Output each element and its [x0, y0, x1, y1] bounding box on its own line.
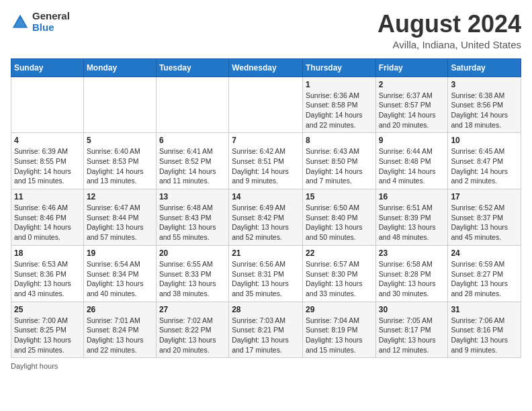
- day-info: Sunrise: 6:56 AMSunset: 8:31 PMDaylight:…: [232, 259, 300, 299]
- day-cell: 14Sunrise: 6:49 AMSunset: 8:42 PMDayligh…: [229, 189, 303, 246]
- day-number: 3: [451, 80, 518, 89]
- day-info: Sunrise: 6:47 AMSunset: 8:44 PMDaylight:…: [87, 203, 153, 242]
- day-number: 10: [451, 136, 518, 145]
- day-info: Sunrise: 6:45 AMSunset: 8:47 PMDaylight:…: [451, 146, 518, 186]
- page-header: General Blue August 2024 Avilla, Indiana…: [11, 11, 521, 50]
- day-number: 20: [159, 248, 226, 258]
- day-cell: 20Sunrise: 6:55 AMSunset: 8:33 PMDayligh…: [156, 245, 228, 302]
- day-cell: 24Sunrise: 6:59 AMSunset: 8:27 PMDayligh…: [448, 245, 521, 302]
- day-info: Sunrise: 7:02 AMSunset: 8:22 PMDaylight:…: [159, 316, 226, 355]
- day-number: 27: [159, 305, 226, 314]
- day-number: 9: [379, 136, 445, 145]
- day-cell: 28Sunrise: 7:03 AMSunset: 8:21 PMDayligh…: [229, 302, 303, 358]
- day-number: 24: [451, 248, 518, 258]
- day-cell: 29Sunrise: 7:04 AMSunset: 8:19 PMDayligh…: [302, 302, 375, 358]
- day-cell: 2Sunrise: 6:37 AMSunset: 8:57 PMDaylight…: [375, 77, 448, 133]
- day-cell: 4Sunrise: 6:39 AMSunset: 8:55 PMDaylight…: [11, 133, 84, 189]
- day-cell: 23Sunrise: 6:58 AMSunset: 8:28 PMDayligh…: [375, 245, 448, 302]
- day-info: Sunrise: 6:39 AMSunset: 8:55 PMDaylight:…: [14, 146, 81, 186]
- day-cell: 16Sunrise: 6:51 AMSunset: 8:39 PMDayligh…: [375, 189, 448, 246]
- day-cell: 26Sunrise: 7:01 AMSunset: 8:24 PMDayligh…: [83, 302, 156, 358]
- header-tuesday: Tuesday: [156, 58, 228, 77]
- day-cell: 30Sunrise: 7:05 AMSunset: 8:17 PMDayligh…: [375, 302, 448, 358]
- day-cell: 13Sunrise: 6:48 AMSunset: 8:43 PMDayligh…: [156, 189, 228, 246]
- day-cell: 31Sunrise: 7:06 AMSunset: 8:16 PMDayligh…: [448, 302, 521, 358]
- day-number: 30: [379, 305, 445, 314]
- day-cell: 17Sunrise: 6:52 AMSunset: 8:37 PMDayligh…: [448, 189, 521, 246]
- week-row-3: 11Sunrise: 6:46 AMSunset: 8:46 PMDayligh…: [11, 189, 521, 246]
- day-info: Sunrise: 6:49 AMSunset: 8:42 PMDaylight:…: [232, 203, 300, 242]
- day-info: Sunrise: 6:51 AMSunset: 8:39 PMDaylight:…: [379, 203, 445, 242]
- day-number: 5: [87, 136, 153, 145]
- day-number: 8: [306, 136, 373, 145]
- day-number: 19: [87, 248, 153, 258]
- day-info: Sunrise: 7:01 AMSunset: 8:24 PMDaylight:…: [87, 316, 153, 355]
- logo-blue: Blue: [32, 22, 70, 34]
- header-saturday: Saturday: [448, 58, 521, 77]
- day-number: 26: [87, 305, 153, 314]
- header-wednesday: Wednesday: [229, 58, 303, 77]
- day-info: Sunrise: 6:48 AMSunset: 8:43 PMDaylight:…: [159, 203, 226, 242]
- day-info: Sunrise: 7:03 AMSunset: 8:21 PMDaylight:…: [232, 316, 300, 355]
- day-cell: 12Sunrise: 6:47 AMSunset: 8:44 PMDayligh…: [83, 189, 156, 246]
- logo-text: General Blue: [32, 11, 70, 33]
- day-cell: 22Sunrise: 6:57 AMSunset: 8:30 PMDayligh…: [302, 245, 375, 302]
- day-number: 11: [14, 192, 81, 201]
- week-row-5: 25Sunrise: 7:00 AMSunset: 8:25 PMDayligh…: [11, 302, 521, 358]
- day-number: 2: [379, 80, 445, 89]
- day-info: Sunrise: 6:53 AMSunset: 8:36 PMDaylight:…: [14, 259, 81, 299]
- day-info: Sunrise: 6:58 AMSunset: 8:28 PMDaylight:…: [379, 259, 445, 299]
- title-block: August 2024 Avilla, Indiana, United Stat…: [378, 11, 521, 50]
- day-info: Sunrise: 6:38 AMSunset: 8:56 PMDaylight:…: [451, 91, 518, 130]
- day-info: Sunrise: 6:57 AMSunset: 8:30 PMDaylight:…: [306, 259, 373, 299]
- day-info: Sunrise: 6:41 AMSunset: 8:52 PMDaylight:…: [159, 146, 226, 186]
- day-cell: 21Sunrise: 6:56 AMSunset: 8:31 PMDayligh…: [229, 245, 303, 302]
- day-number: 7: [232, 136, 300, 145]
- header-thursday: Thursday: [302, 58, 375, 77]
- day-info: Sunrise: 6:37 AMSunset: 8:57 PMDaylight:…: [379, 91, 445, 130]
- main-title: August 2024: [378, 11, 521, 38]
- day-info: Sunrise: 6:52 AMSunset: 8:37 PMDaylight:…: [451, 203, 518, 242]
- subtitle: Avilla, Indiana, United States: [378, 39, 521, 50]
- day-number: 4: [14, 136, 81, 145]
- day-number: 25: [14, 305, 81, 314]
- day-cell: 25Sunrise: 7:00 AMSunset: 8:25 PMDayligh…: [11, 302, 84, 358]
- day-info: Sunrise: 6:46 AMSunset: 8:46 PMDaylight:…: [14, 203, 81, 242]
- header-sunday: Sunday: [11, 58, 84, 77]
- day-info: Sunrise: 7:00 AMSunset: 8:25 PMDaylight:…: [14, 316, 81, 355]
- day-info: Sunrise: 6:43 AMSunset: 8:50 PMDaylight:…: [306, 146, 373, 186]
- day-number: 12: [87, 192, 153, 201]
- day-number: 21: [232, 248, 300, 258]
- day-cell: 15Sunrise: 6:50 AMSunset: 8:40 PMDayligh…: [302, 189, 375, 246]
- week-row-1: 1Sunrise: 6:36 AMSunset: 8:58 PMDaylight…: [11, 77, 521, 133]
- day-info: Sunrise: 6:59 AMSunset: 8:27 PMDaylight:…: [451, 259, 518, 299]
- day-number: 29: [306, 305, 373, 314]
- day-number: 15: [306, 192, 373, 201]
- day-cell: 1Sunrise: 6:36 AMSunset: 8:58 PMDaylight…: [302, 77, 375, 133]
- header-friday: Friday: [375, 58, 448, 77]
- day-number: 28: [232, 305, 300, 314]
- day-cell: 7Sunrise: 6:42 AMSunset: 8:51 PMDaylight…: [229, 133, 303, 189]
- day-info: Sunrise: 6:36 AMSunset: 8:58 PMDaylight:…: [306, 91, 373, 130]
- day-cell: 27Sunrise: 7:02 AMSunset: 8:22 PMDayligh…: [156, 302, 228, 358]
- day-info: Sunrise: 6:44 AMSunset: 8:48 PMDaylight:…: [379, 146, 445, 186]
- day-info: Sunrise: 7:04 AMSunset: 8:19 PMDaylight:…: [306, 316, 373, 355]
- day-cell: 11Sunrise: 6:46 AMSunset: 8:46 PMDayligh…: [11, 189, 84, 246]
- footer: Daylight hours: [11, 362, 521, 370]
- calendar-table: SundayMondayTuesdayWednesdayThursdayFrid…: [11, 58, 521, 359]
- day-cell: [229, 77, 303, 133]
- day-cell: [11, 77, 84, 133]
- day-cell: 3Sunrise: 6:38 AMSunset: 8:56 PMDaylight…: [448, 77, 521, 133]
- day-cell: 19Sunrise: 6:54 AMSunset: 8:34 PMDayligh…: [83, 245, 156, 302]
- day-cell: 10Sunrise: 6:45 AMSunset: 8:47 PMDayligh…: [448, 133, 521, 189]
- day-number: 22: [306, 248, 373, 258]
- day-number: 1: [306, 80, 373, 89]
- day-cell: 6Sunrise: 6:41 AMSunset: 8:52 PMDaylight…: [156, 133, 228, 189]
- day-info: Sunrise: 7:06 AMSunset: 8:16 PMDaylight:…: [451, 316, 518, 355]
- day-number: 14: [232, 192, 300, 201]
- day-cell: 5Sunrise: 6:40 AMSunset: 8:53 PMDaylight…: [83, 133, 156, 189]
- week-row-2: 4Sunrise: 6:39 AMSunset: 8:55 PMDaylight…: [11, 133, 521, 189]
- day-cell: [83, 77, 156, 133]
- day-info: Sunrise: 7:05 AMSunset: 8:17 PMDaylight:…: [379, 316, 445, 355]
- day-cell: 18Sunrise: 6:53 AMSunset: 8:36 PMDayligh…: [11, 245, 84, 302]
